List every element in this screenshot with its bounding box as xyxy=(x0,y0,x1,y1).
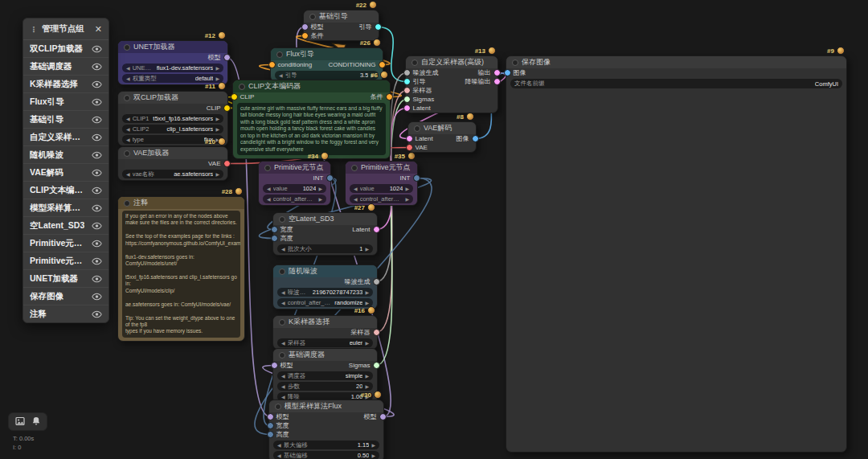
eye-icon[interactable] xyxy=(92,80,102,88)
stepper-right-icon[interactable]: ▶ xyxy=(215,127,219,132)
node-header[interactable]: UNET加载器 xyxy=(118,41,227,53)
node-header[interactable]: VAE加载器 xyxy=(118,147,227,159)
node-header[interactable]: 注释 xyxy=(118,197,244,209)
input-slot[interactable]: 高度 xyxy=(270,430,289,439)
node-note[interactable]: #28注释If you get an error in any of the n… xyxy=(117,196,245,342)
output-dot[interactable] xyxy=(326,174,334,182)
stepper-left-icon[interactable]: ◀ xyxy=(281,290,285,295)
node-header[interactable]: 基础引导 xyxy=(304,10,379,23)
node-noise[interactable]: 随机噪波噪波生成◀噪波种子219670278747233▶◀control_af… xyxy=(272,264,378,309)
sidebar-item-15[interactable]: 注释 xyxy=(23,305,108,322)
stepper-right-icon[interactable]: ▶ xyxy=(318,186,322,191)
stepper-left-icon[interactable]: ◀ xyxy=(277,443,281,448)
input-slot[interactable]: 宽度 xyxy=(270,421,289,430)
node-unet[interactable]: #12UNET加载器模型◀UNET名称flux1-dev.safetensors… xyxy=(117,40,228,85)
stepper-left-icon[interactable]: ◀ xyxy=(126,66,130,71)
widget[interactable]: ◀最大偏移1.15▶ xyxy=(273,441,379,449)
collapse-icon[interactable] xyxy=(124,150,130,157)
stepper-left-icon[interactable]: ◀ xyxy=(279,73,283,78)
stepper-left-icon[interactable]: ◀ xyxy=(281,384,285,389)
node-saveimage[interactable]: #9保存图像图像文件名前缀ComfyUI xyxy=(506,55,847,453)
stepper-left-icon[interactable]: ◀ xyxy=(267,186,271,191)
output-slot[interactable]: 模型 xyxy=(364,412,383,421)
eye-icon[interactable] xyxy=(92,257,102,265)
sidebar-item-5[interactable]: 自定义采样器(高级) xyxy=(23,129,108,146)
eye-icon[interactable] xyxy=(92,222,102,230)
input-slot[interactable]: 宽度 xyxy=(274,225,293,234)
collapse-icon[interactable] xyxy=(351,165,358,171)
output-slot[interactable]: VAE xyxy=(208,160,227,167)
widget[interactable]: ◀引导3.5▶ xyxy=(275,71,379,80)
widget[interactable]: ◀vae名称ae.safetensors▶ xyxy=(122,170,223,178)
output-slot[interactable]: INT xyxy=(313,174,330,182)
output-dot[interactable] xyxy=(373,329,380,336)
node-header[interactable]: 随机噪波 xyxy=(273,265,377,277)
sidebar-item-14[interactable]: 保存图像 xyxy=(23,288,108,305)
stepper-left-icon[interactable]: ◀ xyxy=(126,137,130,142)
output-dot[interactable] xyxy=(493,78,501,85)
workflow-images-button[interactable] xyxy=(14,416,26,428)
output-slot[interactable]: 采样器 xyxy=(351,328,377,337)
input-dot[interactable] xyxy=(403,87,411,94)
stepper-left-icon[interactable]: ◀ xyxy=(126,76,130,81)
input-slot[interactable]: conditioning xyxy=(272,61,312,68)
collapse-icon[interactable] xyxy=(264,165,271,171)
eye-icon[interactable] xyxy=(92,133,102,141)
sidebar-item-4[interactable]: 基础引导 xyxy=(23,111,108,129)
output-slot[interactable]: 降噪输出 xyxy=(465,77,497,86)
output-slot[interactable]: Latent xyxy=(352,226,376,233)
output-dot[interactable] xyxy=(373,278,380,285)
eye-icon[interactable] xyxy=(92,240,102,248)
stepper-right-icon[interactable]: ▶ xyxy=(371,443,375,448)
input-dot[interactable] xyxy=(403,69,411,76)
stepper-right-icon[interactable]: ▶ xyxy=(318,197,322,202)
node-clipencode[interactable]: #6CLIP文本编码器CLIP条件cute anime girl with ma… xyxy=(232,80,391,159)
stepper-right-icon[interactable]: ▶ xyxy=(215,172,219,177)
eye-icon[interactable] xyxy=(92,293,102,301)
sidebar-item-9[interactable]: 模型采样算法Flux xyxy=(23,199,108,217)
output-dot[interactable] xyxy=(493,69,501,76)
stepper-left-icon[interactable]: ◀ xyxy=(281,341,285,346)
collapse-icon[interactable] xyxy=(124,200,130,207)
input-slot[interactable]: Latent xyxy=(409,135,433,142)
stepper-left-icon[interactable]: ◀ xyxy=(281,247,285,252)
widget[interactable]: ◀control_after_generate▶ xyxy=(263,195,326,203)
input-slot[interactable]: Latent xyxy=(407,105,431,112)
collapse-icon[interactable] xyxy=(279,268,285,275)
output-dot[interactable] xyxy=(223,160,231,167)
node-vaedecode[interactable]: #8VAE解码Latent图像VAE xyxy=(407,121,477,153)
output-slot[interactable]: 条件 xyxy=(371,92,390,101)
stepper-left-icon[interactable]: ◀ xyxy=(126,117,130,121)
sidebar-item-7[interactable]: VAE解码 xyxy=(23,164,108,182)
stepper-left-icon[interactable]: ◀ xyxy=(126,127,130,132)
input-slot[interactable]: 高度 xyxy=(274,234,293,243)
stepper-left-icon[interactable]: ◀ xyxy=(281,395,285,400)
input-dot[interactable] xyxy=(271,362,278,369)
sidebar-item-2[interactable]: K采样器选择 xyxy=(23,76,108,93)
node-samplercustom[interactable]: #13自定义采样器(高级)噪波生成输出引导降噪输出采样器SigmasLatent xyxy=(405,55,498,113)
widget[interactable]: ◀value1024▶ xyxy=(350,184,413,193)
eye-icon[interactable] xyxy=(92,98,102,106)
input-dot[interactable] xyxy=(403,105,411,112)
input-dot[interactable] xyxy=(268,61,276,68)
close-icon[interactable]: ✕ xyxy=(95,24,102,35)
widget[interactable]: ◀CLIP2clip_l.safetensors▶ xyxy=(122,125,223,133)
input-slot[interactable]: CLIP xyxy=(234,93,254,100)
text-widget[interactable]: cute anime girl with massive fluffy fenn… xyxy=(237,103,386,155)
input-slot[interactable]: 采样器 xyxy=(407,86,432,95)
collapse-icon[interactable] xyxy=(414,125,420,132)
stepper-left-icon[interactable]: ◀ xyxy=(126,172,130,177)
widget[interactable]: ◀采样器euler▶ xyxy=(277,338,373,347)
output-dot[interactable] xyxy=(223,105,231,112)
node-header[interactable]: CLIP文本编码器 xyxy=(233,80,390,92)
input-dot[interactable] xyxy=(403,96,411,103)
eye-icon[interactable] xyxy=(92,275,102,283)
stepper-right-icon[interactable]: ▶ xyxy=(365,290,369,295)
input-dot[interactable] xyxy=(301,32,309,39)
output-dot[interactable] xyxy=(223,54,231,61)
node-header[interactable]: 保存图像 xyxy=(506,56,846,68)
node-ksampler[interactable]: #16K采样器选择采样器◀采样器euler▶ xyxy=(272,315,378,350)
eye-icon[interactable] xyxy=(92,151,102,159)
node-header[interactable]: 空Latent_SD3 xyxy=(273,213,377,225)
output-slot[interactable]: 引导 xyxy=(359,23,379,31)
